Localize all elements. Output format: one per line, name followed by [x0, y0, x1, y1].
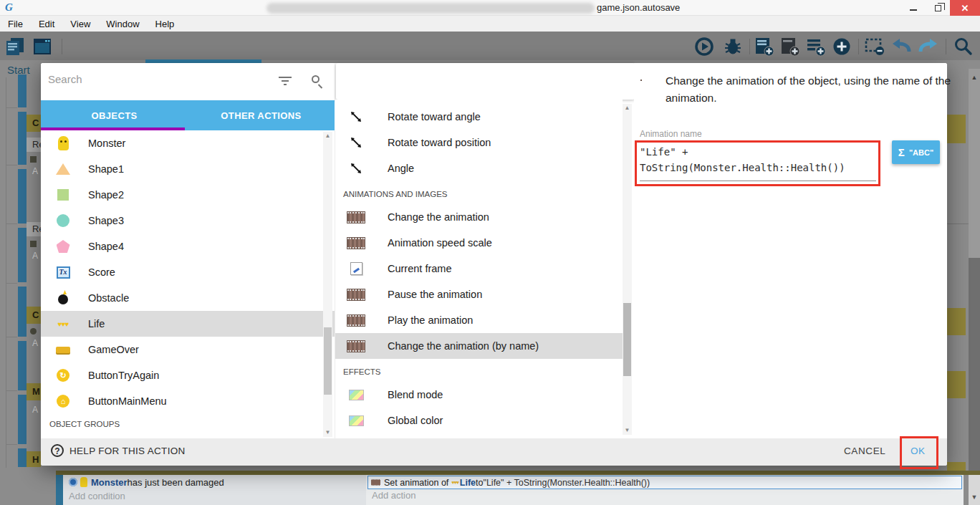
actions-list: Rotate toward angle Rotate toward positi…	[335, 100, 623, 438]
events-sheet-icon[interactable]	[4, 36, 26, 57]
search-icon[interactable]	[953, 36, 974, 57]
add-circle-icon[interactable]	[831, 36, 852, 57]
event-fragment-icon	[30, 241, 37, 247]
event-actions-cell[interactable]: Set animation of ♥♥♥ Life to "Life" + To…	[366, 475, 964, 505]
toolbar-separator	[858, 39, 859, 54]
event-fragment-right	[947, 115, 966, 143]
action-description: Change the animation of the object, usin…	[666, 72, 952, 107]
monster-icon	[58, 136, 69, 150]
action-row-global-color[interactable]: Global color	[335, 408, 623, 433]
object-row-score[interactable]: Score	[41, 259, 335, 285]
action-row-play-animation[interactable]: Play the animation	[335, 307, 623, 333]
action-row-animation-speed-scale[interactable]: Animation speed scale	[335, 230, 623, 256]
object-groups-header: OBJECT GROUPS	[41, 414, 335, 428]
actions-search-box	[336, 63, 635, 100]
event-fragment: C	[27, 115, 41, 132]
tab-objects[interactable]: OBJECTS	[41, 100, 188, 130]
object-row-buttontryagain[interactable]: ↻ ButtonTryAgain	[41, 362, 335, 388]
event-divider	[947, 223, 969, 224]
undo-icon[interactable]	[891, 36, 913, 57]
menu-file[interactable]: File	[0, 16, 31, 32]
film-icon	[347, 289, 365, 300]
action-row-current-frame[interactable]: Current frame	[335, 256, 623, 282]
add-event-icon[interactable]	[754, 36, 775, 57]
condition-object: Monster	[91, 477, 128, 488]
menu-view[interactable]: View	[62, 16, 98, 32]
action-object: Life	[460, 478, 476, 488]
object-row-life[interactable]: Life	[41, 311, 335, 337]
title-bar: G game.json.autosave ✕	[0, 0, 980, 16]
scroll-up-icon[interactable]: ▲	[969, 72, 980, 83]
help-button[interactable]: ? HELP FOR THIS ACTION	[51, 444, 186, 457]
events-scrollbar-thumb[interactable]	[969, 258, 980, 491]
expression-builder-button[interactable]: Σ "ABC"	[892, 140, 940, 164]
section-animations-and-images: ANIMATIONS AND IMAGES	[335, 181, 623, 204]
menu-edit[interactable]: Edit	[31, 16, 62, 32]
object-row-obstacle[interactable]: Obstacle	[41, 285, 335, 311]
menu-help[interactable]: Help	[148, 16, 183, 32]
rotate-icon	[347, 110, 365, 123]
redo-icon[interactable]	[917, 36, 938, 57]
scrollbar-thumb[interactable]	[623, 303, 631, 376]
film-icon	[347, 212, 365, 223]
scroll-up-icon[interactable]: ▲	[623, 104, 632, 112]
object-row-shape3[interactable]: Shape3	[41, 208, 335, 234]
window-title: game.json.autosave	[597, 2, 680, 13]
action-expression: "Life" + ToString(Monster.Health::Health…	[483, 478, 650, 488]
action-row-rotate-toward-angle[interactable]: Rotate toward angle	[335, 104, 623, 130]
action-row-rotate-toward-position[interactable]: Rotate toward position	[335, 130, 623, 155]
scroll-down-icon[interactable]: ▼	[969, 491, 980, 503]
event-indent-bar	[18, 112, 27, 165]
actions-list-scrollbar[interactable]: ▲ ▼	[623, 104, 632, 435]
action-prefix: Set animation of	[384, 478, 448, 488]
action-row-angle[interactable]: Angle	[335, 155, 623, 181]
object-row-shape1[interactable]: Shape1	[41, 156, 335, 182]
rotate-icon	[347, 136, 365, 149]
objects-search-input[interactable]	[48, 73, 284, 85]
action-row-change-animation-by-name[interactable]: Change the animation (by name)	[335, 333, 623, 359]
tab-other-actions[interactable]: OTHER ACTIONS	[188, 100, 335, 130]
ok-button[interactable]: OK	[911, 446, 926, 456]
minimize-button[interactable]	[901, 0, 926, 16]
add-subevent-icon[interactable]	[779, 36, 801, 57]
question-icon: ?	[51, 444, 64, 457]
play-icon[interactable]	[693, 36, 715, 57]
sigma-icon: Σ	[898, 146, 905, 158]
objects-tabs: OBJECTS OTHER ACTIONS	[41, 100, 335, 130]
scrollbar-thumb[interactable]	[324, 327, 332, 395]
film-icon	[347, 238, 365, 249]
event-conditions-cell[interactable]: Monster has just been damaged Add condit…	[63, 475, 366, 505]
event-fragment-icon	[30, 156, 37, 163]
dialog-footer: ? HELP FOR THIS ACTION CANCEL OK	[41, 438, 947, 466]
object-row-buttonmainmenu[interactable]: ⌂ ButtonMainMenu	[41, 388, 335, 414]
close-button[interactable]: ✕	[950, 0, 980, 16]
add-action-link[interactable]: Add action	[366, 490, 964, 501]
filter-icon[interactable]	[279, 77, 292, 87]
menu-window[interactable]: Window	[98, 16, 147, 32]
scroll-down-icon[interactable]: ▼	[623, 426, 632, 435]
object-row-shape4[interactable]: Shape4	[41, 234, 335, 259]
scroll-down-icon[interactable]: ▼	[323, 428, 332, 437]
objects-list-scrollbar[interactable]: ▲ ▼	[323, 132, 332, 437]
cancel-button[interactable]: CANCEL	[844, 446, 885, 456]
action-detail-panel: Change the animation of the object, usin…	[634, 63, 947, 438]
object-row-shape2[interactable]: Shape2	[41, 182, 335, 208]
object-row-gameover[interactable]: GameOver	[41, 337, 335, 362]
restore-button[interactable]	[926, 0, 950, 16]
add-condition-link[interactable]: Add condition	[63, 491, 366, 501]
action-row-change-animation[interactable]: Change the animation	[335, 204, 623, 230]
object-row-monster[interactable]: Monster	[41, 130, 335, 156]
scroll-up-icon[interactable]: ▲	[323, 132, 332, 140]
event-fragment: M	[27, 383, 41, 400]
debug-icon[interactable]	[722, 36, 744, 57]
selected-action[interactable]: Set animation of ♥♥♥ Life to "Life" + To…	[368, 476, 962, 489]
event-fragment: A	[27, 405, 41, 415]
add-comment-icon[interactable]	[805, 36, 827, 57]
scene-window-icon[interactable]	[32, 36, 53, 57]
event-fragment-icon	[30, 328, 37, 335]
action-row-pause-animation[interactable]: Pause the animation	[335, 282, 623, 307]
animation-name-field[interactable]: "Life" +ToString(Monster.Health::Health(…	[640, 144, 876, 181]
action-row-blend-mode[interactable]: Blend mode	[335, 382, 623, 408]
search-icon[interactable]	[312, 75, 320, 83]
remove-event-icon[interactable]	[864, 36, 885, 57]
